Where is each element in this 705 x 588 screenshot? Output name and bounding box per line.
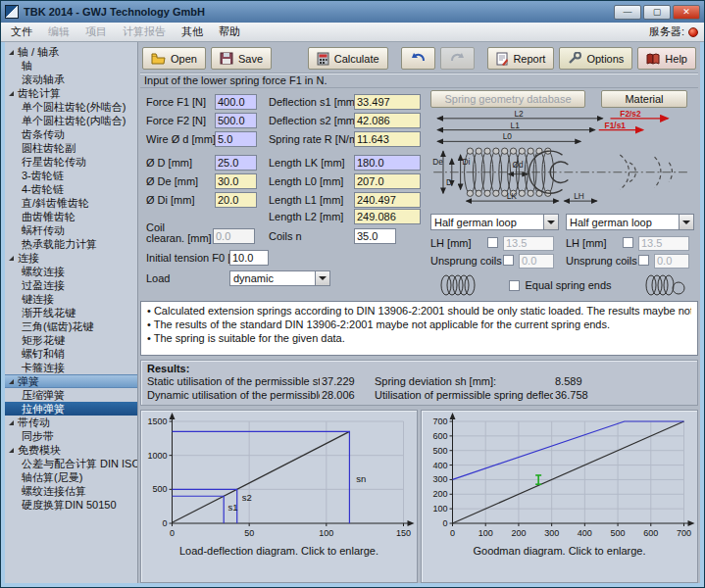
sidebar-item[interactable]: 渐开线花键 (5, 306, 137, 319)
calculate-button[interactable]: Calculate (308, 47, 388, 70)
goodman-chart[interactable]: 0100200300400500600700010020030040050060… (423, 412, 696, 545)
calculator-icon (317, 52, 329, 66)
svg-text:0: 0 (170, 528, 175, 538)
minimize-button[interactable]: — (614, 5, 641, 20)
left-unsprung-checkbox[interactable] (503, 255, 514, 266)
sidebar-item[interactable]: 齿条传动 (5, 127, 137, 141)
sidebar-item[interactable]: 热承载能力计算 (5, 237, 137, 251)
sidebar-header[interactable]: 轴 / 轴承 (5, 45, 137, 59)
svg-text:400: 400 (578, 528, 592, 538)
menu-file[interactable]: 文件 (3, 23, 40, 41)
sidebar-item[interactable]: 3-齿轮链 (5, 169, 137, 182)
status-line: Input of the lower spring force F1 in N. (140, 74, 698, 88)
right-lh-checkbox[interactable] (623, 237, 633, 248)
warning-note: • The spring is suitable for the given d… (147, 331, 691, 345)
right-unsprung-checkbox[interactable] (638, 255, 649, 266)
coils-n-field[interactable]: 35.0 (354, 228, 396, 244)
options-wrench-icon (568, 52, 581, 65)
left-lh-checkbox[interactable] (487, 237, 498, 248)
sidebar-item[interactable]: 键连接 (5, 292, 137, 306)
spring-geometry-database-button: Spring geometry database (430, 90, 585, 108)
sidebar-header[interactable]: 齿轮计算 (5, 86, 137, 100)
dim-label-LH: LH (574, 191, 584, 201)
redo-arrow-icon (450, 53, 466, 65)
d-mm-field[interactable]: 25.0 (215, 155, 257, 171)
material-button[interactable]: Material (601, 90, 687, 108)
svg-text:700: 700 (677, 528, 691, 538)
sidebar-item[interactable]: 直/斜齿锥齿轮 (5, 196, 137, 210)
length-lk-mm-field[interactable]: 180.0 (354, 155, 421, 171)
svg-text:100: 100 (432, 504, 447, 514)
options-button[interactable]: Options (559, 47, 632, 70)
sidebar-header[interactable]: 免费模块 (5, 443, 137, 457)
sidebar-item[interactable]: 4-齿轮链 (5, 182, 137, 196)
sidebar-item[interactable]: 拉伸弹簧 (5, 402, 137, 416)
load-deflection-chart[interactable]: 050100150050010001500s1s2sn (142, 412, 416, 545)
sidebar-item[interactable]: 滚动轴承 (5, 73, 137, 86)
load-field[interactable]: dynamic (229, 270, 330, 286)
sidebar-item[interactable]: 公差与配合计算 DIN ISO 286 (5, 457, 137, 470)
main-panel: Open Save Calculate (138, 42, 700, 583)
field-label: Length L1 [mm] (269, 194, 343, 206)
sidebar-header[interactable]: 弹簧 (5, 374, 137, 388)
open-button[interactable]: Open (142, 47, 206, 70)
result-value: 37.229 (322, 374, 373, 388)
sidebar-item[interactable]: 压缩弹簧 (5, 388, 137, 402)
sidebar-item[interactable]: 行星齿轮传动 (5, 155, 137, 169)
result-label: Spring deviation sh [mm]: (375, 374, 553, 388)
sidebar-item[interactable]: 矩形花键 (5, 333, 137, 347)
expander-triangle-icon (9, 379, 14, 384)
equal-spring-ends-checkbox[interactable] (509, 280, 520, 291)
sidebar-item[interactable]: 螺纹连接估算 (5, 484, 137, 498)
svg-text:500: 500 (432, 446, 447, 456)
sidebar-item[interactable]: 同步带 (5, 429, 137, 443)
sidebar-item[interactable]: 曲齿锥齿轮 (5, 210, 137, 223)
maximize-button[interactable]: ▢ (643, 5, 671, 20)
sidebar-header[interactable]: 连接 (5, 251, 137, 265)
sidebar-item[interactable]: 硬度换算DIN 50150 (5, 498, 137, 512)
menu-other[interactable]: 其他 (174, 23, 211, 41)
wire-d-mm-field[interactable]: 5.0 (215, 131, 257, 147)
svg-text:200: 200 (432, 489, 447, 499)
result-label: Static utilisation of the permissible st… (147, 374, 320, 388)
sidebar-item[interactable]: 轴估算(尼曼) (5, 470, 137, 484)
menu-help[interactable]: 帮助 (211, 23, 248, 41)
sidebar-item[interactable]: 蜗杆传动 (5, 223, 137, 237)
sidebar-header[interactable]: 带传动 (5, 416, 137, 429)
de-mm-field: 30.0 (215, 173, 257, 189)
field-label: Load (146, 272, 170, 284)
force-f2-n-field[interactable]: 500.0 (215, 113, 257, 128)
server-status-icon (688, 27, 698, 37)
undo-arrow-icon (410, 53, 426, 65)
dim-label-L1: L1 (511, 121, 521, 130)
initial-tension-f0-n-field[interactable]: 10.0 (229, 250, 269, 266)
help-button[interactable]: Help (637, 47, 696, 70)
field-label: Force F2 [N] (146, 115, 206, 126)
sidebar-item[interactable]: 三角(锯齿)花键 (5, 319, 137, 333)
report-button[interactable]: Report (487, 47, 554, 70)
length-l2-mm-field: 249.086 (354, 209, 421, 224)
sidebar-item[interactable]: 单个圆柱齿轮(外啮合) (5, 100, 137, 114)
sidebar-item[interactable]: 轴 (5, 59, 137, 73)
results-panel: Results: Static utilisation of the permi… (140, 360, 698, 406)
sidebar-item[interactable]: 单个圆柱齿轮(内啮合) (5, 114, 137, 127)
sidebar-item[interactable]: 螺钉和销 (5, 347, 137, 361)
close-button[interactable]: ✕ (673, 5, 700, 20)
sidebar-item[interactable]: 螺纹连接 (5, 265, 137, 278)
right-loop-select[interactable]: Half german loop (566, 214, 694, 230)
save-button[interactable]: Save (211, 47, 272, 70)
right-unsprung-label: Unsprung coils (566, 255, 637, 267)
undo-button[interactable] (401, 47, 435, 70)
goodman-chart-panel[interactable]: 0100200300400500600700010020030040050060… (421, 410, 698, 583)
sidebar-item[interactable]: 卡箍连接 (5, 361, 137, 374)
force-f1-n-field[interactable]: 400.0 (215, 94, 257, 110)
sidebar-item[interactable]: 圆柱齿轮副 (5, 141, 137, 155)
sidebar-item[interactable]: 过盈连接 (5, 278, 137, 292)
svg-text:1500: 1500 (147, 416, 167, 426)
load-deflection-chart-panel[interactable]: 050100150050010001500s1s2sn Load-deflect… (140, 410, 418, 583)
force-label-F2s2: F2/s2 (620, 111, 641, 119)
svg-text:sn: sn (356, 473, 366, 484)
left-loop-select[interactable]: Half german loop (430, 214, 559, 230)
left-lh-field: 13.5 (503, 236, 554, 251)
length-l0-mm-field: 207.0 (354, 173, 421, 189)
